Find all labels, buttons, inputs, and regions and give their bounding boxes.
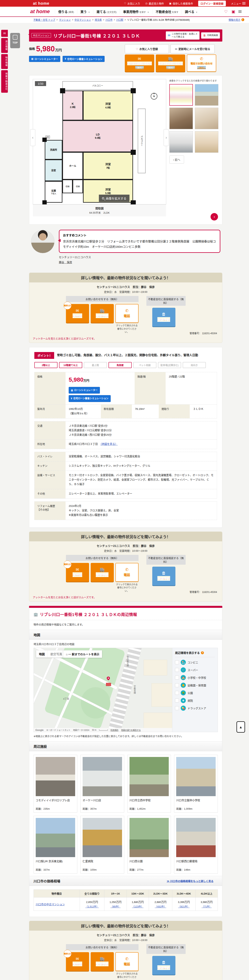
sidebar-item-agency[interactable]: 掲載不動産会社	[1, 70, 8, 93]
listing-count-link[interactable]: （65件）	[106, 905, 124, 908]
loan-screening-button[interactable]: ¥住宅ローン審査シミュレーション	[69, 395, 111, 402]
cta-tel-button[interactable]: ✆電話	[115, 563, 139, 582]
checkbox[interactable]	[175, 668, 179, 672]
loan-simulator-button[interactable]: ▦ローンシミュレーター	[69, 387, 100, 394]
pdf-icon: 🗎	[203, 33, 206, 37]
cta-mail-button[interactable]: 簡単1分✉メール	[66, 952, 89, 971]
checkbox[interactable]	[175, 698, 179, 702]
loan-simulator-button[interactable]: ▦ローンシミュレーター	[29, 56, 60, 62]
cta-tel-button[interactable]: ✆電話	[115, 304, 139, 323]
thumbnail-panel: 画像をクリックすると左の画像が切り替わります ‹ 前へ ›	[169, 79, 219, 221]
share-mail-button[interactable]: ✉この物件を家族・友達にメールで教える	[166, 31, 200, 40]
cta-mail-button[interactable]: 簡単1分✉メール	[66, 563, 89, 582]
thumbnail-kitchen[interactable]	[169, 131, 193, 153]
listing-count-link[interactable]: （432件）	[151, 905, 170, 908]
market-more-link[interactable]: ≫ 川口市の価格相場をもっと詳しく見る	[167, 880, 214, 883]
cta-shop-button[interactable]: 🗓来店予約	[152, 566, 176, 585]
route-to-station-button[interactable]: ⌂ ⋯ 駅までのルートを表示	[63, 650, 102, 658]
thumbnail-floorplan[interactable]	[169, 84, 193, 106]
update-mail-button[interactable]: ✉更新時にメールを受け取る	[171, 44, 215, 53]
listing-count-link[interactable]: （1,512件）	[82, 905, 102, 908]
environment-checkbox-item[interactable]: 🌳 公園	[175, 690, 215, 695]
mail-icon: ✉	[175, 48, 177, 51]
environment-checkbox-item[interactable]: 🛒 スーパー	[175, 667, 215, 673]
cta-visit-button[interactable]: 🏬見学予約	[91, 563, 114, 582]
breadcrumb-link[interactable]: 埼玉県	[94, 18, 102, 21]
nav-build[interactable]: 建てる(注文住宅)	[93, 9, 120, 14]
thumbnail-bathroom[interactable]	[195, 131, 219, 153]
map-canvas[interactable]: 京浜東北線 宇都宮線 4丁目 地図 航空写真 ⌂ ⋯ 駅までのルートを表示 周辺…	[34, 648, 218, 732]
checkbox[interactable]	[175, 683, 179, 687]
thumbnail-exterior[interactable]	[195, 84, 219, 106]
listing-count-link[interactable]: （123件）	[129, 905, 147, 908]
athome-logo[interactable]: at home	[33, 1, 49, 6]
checkbox[interactable]	[175, 676, 179, 679]
nav-agents[interactable]: 不動産会社を探す	[152, 9, 182, 14]
breadcrumb-link[interactable]: マンション	[59, 18, 71, 21]
recently-viewed-link[interactable]: ◷最近見た物件	[145, 2, 164, 5]
environment-checkbox-item[interactable]: 🐥 幼稚園・保育園	[175, 682, 215, 688]
thumbs-next-button[interactable]: ›	[211, 213, 218, 221]
menu-button[interactable]: メニュー	[231, 2, 246, 5]
info-guide-link[interactable]: 情報の見方	[228, 18, 240, 21]
image-zoom-button[interactable]: 画像を拡大する	[99, 195, 129, 202]
tel-inquiry-button[interactable]: ✆電話でお問い合わせ（無料）	[187, 54, 216, 72]
cta-visit-button[interactable]: 🏬見学予約	[91, 952, 114, 971]
back-to-top-button[interactable]: ▲	[236, 721, 245, 733]
terms-link[interactable]: 利用規約	[110, 729, 118, 732]
gallery-prev-arrow[interactable]: ‹	[30, 129, 35, 146]
breadcrumb-link[interactable]: 不動産・住宅 トップ	[34, 18, 55, 21]
environment-checkbox-item[interactable]: ✚ 病院	[175, 698, 215, 703]
heart-icon[interactable]: ♡	[224, 9, 228, 14]
thumbnail-washroom[interactable]	[195, 108, 219, 129]
mail-inquiry-button[interactable]: ✉メールでお問い合わせ（無料）	[125, 54, 154, 72]
map-link[interactable]: （地図を見る）	[101, 442, 118, 445]
cta-shop-button[interactable]: 🗓来店予約	[152, 956, 176, 975]
page-top-button[interactable]: ↑ TOP	[10, 33, 20, 48]
breadcrumb-link[interactable]: 中古マンション	[74, 18, 91, 21]
row-label: バス・トイレ	[35, 452, 65, 461]
mail-inquiry-tab[interactable]: ✉	[1, 30, 8, 37]
thumbs-prev-button[interactable]: ‹ 前へ	[169, 156, 184, 164]
loan-screening-button[interactable]: ¥住宅ローン審査シミュレーション	[62, 56, 105, 62]
tel-note: クリックで表示される番号にかけてください。	[115, 583, 139, 593]
visit-inquiry-button[interactable]: 🏬見学予約お問い合わせ（無料）	[156, 54, 185, 72]
breadcrumb-link[interactable]: 川口駅	[116, 18, 123, 21]
main-image[interactable]: 1/33 ‹ › バルコニー バルコニー N K2.5帖 洋室4.5帖 LD9.…	[33, 79, 166, 204]
satellite-tab[interactable]: 航空写真	[48, 650, 65, 657]
report-error-link[interactable]: 地図の誤りを報告する	[121, 729, 141, 732]
breadcrumb-link[interactable]: 川口市	[105, 18, 112, 21]
checkbox[interactable]	[175, 660, 179, 664]
nav-rent[interactable]: 借りる(賃貸)	[55, 9, 77, 14]
floorplan-image: バルコニー バルコニー N K2.5帖 洋室4.5帖 LD9.5帖 洋室7帖 洋…	[33, 79, 166, 204]
cta-visit-button[interactable]: 🏬見学予約	[91, 304, 114, 323]
athome-logo-main[interactable]: at home	[30, 8, 50, 14]
map-tab[interactable]: 地図	[36, 650, 48, 657]
nav-buy[interactable]: 買う▼	[77, 9, 93, 14]
cta-shop-button[interactable]: 🗓来店予約	[152, 308, 176, 326]
hamburger-icon[interactable]	[238, 10, 241, 13]
sidebar-item-property[interactable]: 物件情報	[1, 54, 8, 69]
cta-tel-button[interactable]: ✆電話	[115, 952, 139, 971]
saved-search-link[interactable]: ▣保存した検索条件	[169, 2, 193, 5]
nav-business[interactable]: 事業用物件を探す▼	[120, 9, 152, 14]
saved-tray-icon[interactable]: ▣	[231, 9, 235, 14]
cta-mail-button[interactable]: 簡単1分✉メール	[66, 304, 89, 323]
listing-count-link[interactable]: （71件）	[198, 905, 215, 908]
checkbox[interactable]	[175, 691, 179, 695]
environment-checkbox-item[interactable]: 🏪 コンビニ	[175, 660, 215, 665]
gallery-next-arrow[interactable]: ›	[164, 129, 169, 146]
favorite-register-button[interactable]: ♡お気に入り登録	[125, 44, 169, 53]
checkbox[interactable]	[175, 706, 179, 710]
environment-checkbox-item[interactable]: 💊 ドラッグストア	[175, 706, 215, 711]
favorites-link[interactable]: ♡お気に入り	[124, 2, 140, 5]
print-button[interactable]: 🗎印刷用画面	[201, 32, 220, 38]
market-category-link[interactable]: 川口市の中古マンション	[36, 903, 65, 906]
login-button[interactable]: ログイン・新規登録	[198, 1, 226, 6]
thumbnail-hallway[interactable]	[169, 108, 193, 129]
listing-count-link[interactable]: （821件）	[174, 905, 193, 908]
agent-name-link[interactable]: 勝谷 保彦	[59, 261, 72, 264]
environment-checkbox-item[interactable]: 🏫 小学校・中学校	[175, 675, 215, 680]
nav-research[interactable]: 調べる▼	[182, 9, 201, 14]
sidebar-item-nearby[interactable]: 周辺情報	[1, 38, 8, 53]
